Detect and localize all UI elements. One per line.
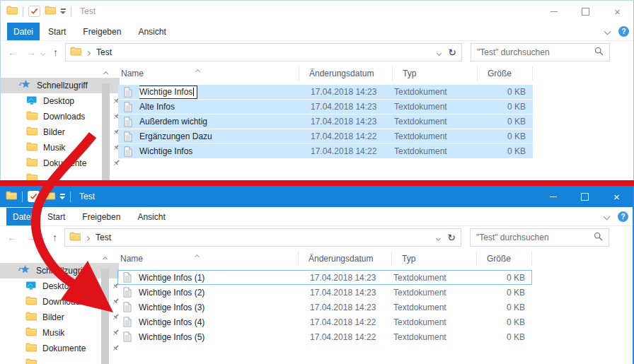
scrollbar-thumb[interactable]: [102, 83, 110, 182]
file-size: 0 KB: [478, 131, 533, 141]
scrollbar-thumb[interactable]: [101, 269, 109, 364]
address-folder-icon: [69, 232, 81, 243]
close-button[interactable]: ×: [601, 1, 633, 22]
menu-tab-view[interactable]: Ansicht: [129, 208, 173, 225]
file-row[interactable]: Wichtige Infos (1) 17.04.2018 14:23 Text…: [117, 270, 532, 285]
column-header-date[interactable]: Änderungsdatum: [299, 66, 393, 81]
title-bar: Test ×: [1, 1, 633, 22]
recent-locations-icon[interactable]: [41, 47, 45, 57]
close-button[interactable]: ×: [601, 186, 633, 207]
breadcrumb-location[interactable]: Test: [96, 47, 112, 57]
file-row[interactable]: Wichtige Infos 17.04.2018 14:22 Textdoku…: [118, 144, 533, 159]
menu-tab-share[interactable]: Freigeben: [74, 208, 129, 225]
file-type: Textdokument: [392, 273, 477, 283]
quick-access-properties-icon[interactable]: [28, 191, 40, 202]
file-name: Wichtige Infos: [139, 86, 299, 99]
expand-ribbon-icon[interactable]: [605, 26, 610, 36]
quick-access-toolbar-dropdown-icon[interactable]: [59, 194, 65, 199]
quick-access-properties-icon[interactable]: [28, 6, 40, 17]
forward-button[interactable]: →: [25, 232, 35, 243]
help-icon[interactable]: ?: [618, 211, 628, 222]
titlebar-separator: [22, 192, 23, 202]
refresh-icon[interactable]: ↻: [447, 232, 456, 243]
minimize-button[interactable]: [538, 1, 570, 22]
address-dropdown-icon[interactable]: [437, 233, 440, 242]
minimize-button[interactable]: [537, 186, 569, 207]
search-box[interactable]: "Test" durchsuchen: [470, 228, 609, 247]
scroll-up-icon[interactable]: [104, 68, 108, 78]
file-name: Wichtige Infos (2): [139, 288, 299, 298]
file-row[interactable]: Wichtige Infos (5) 17.04.2018 14:22 Text…: [117, 329, 532, 344]
window-title: Test: [80, 6, 96, 16]
sidebar-item-label: Musik: [43, 143, 65, 153]
file-type: Textdokument: [392, 332, 477, 342]
file-row[interactable]: Wichtige Infos 17.04.2018 14:23 Textdoku…: [118, 85, 533, 100]
sidebar-scrollbar[interactable]: [100, 250, 110, 364]
maximize-button[interactable]: [569, 186, 601, 207]
column-header-type[interactable]: Typ: [393, 66, 478, 81]
file-row[interactable]: Ergänzungen Dazu 17.04.2018 14:22 Textdo…: [118, 129, 533, 144]
folder-icon: [25, 327, 37, 339]
file-modified-date: 17.04.2018 14:23: [299, 102, 393, 112]
file-size: 0 KB: [478, 117, 533, 127]
sort-ascending-icon: [196, 66, 200, 76]
address-dropdown-icon[interactable]: [437, 47, 441, 57]
menu-tab-share[interactable]: Freigeben: [74, 23, 129, 40]
menu-tab-view[interactable]: Ansicht: [129, 23, 174, 40]
file-size: 0 KB: [477, 303, 532, 312]
column-header-name[interactable]: Name: [118, 66, 299, 81]
address-bar[interactable]: Test ↻: [64, 228, 461, 247]
file-modified-date: 17.04.2018 14:23: [299, 288, 392, 298]
file-type: Textdokument: [393, 102, 478, 112]
rename-input[interactable]: Wichtige Infos: [139, 86, 197, 99]
address-bar[interactable]: Test ↻: [65, 43, 462, 61]
up-button[interactable]: ↑: [52, 232, 57, 243]
quick-access-new-folder-icon[interactable]: [44, 191, 55, 202]
forward-button[interactable]: →: [26, 47, 36, 58]
back-button[interactable]: ←: [7, 232, 17, 243]
file-row[interactable]: Wichtige Infos (3) 17.04.2018 14:23 Text…: [117, 300, 532, 315]
sidebar-item-label: Downloads: [43, 112, 85, 122]
maximize-button[interactable]: [570, 1, 601, 22]
up-button[interactable]: ↑: [53, 47, 58, 58]
search-box[interactable]: "Test" durchsuchen: [471, 43, 610, 61]
help-icon[interactable]: ?: [618, 26, 629, 37]
column-header-date[interactable]: Änderungsdatum: [299, 252, 392, 266]
menu-tab-start[interactable]: Start: [39, 208, 74, 225]
column-header-size[interactable]: Größe: [478, 66, 533, 81]
breadcrumb-chevron-icon[interactable]: [86, 233, 89, 242]
quick-access-star-icon: [18, 264, 30, 277]
file-row[interactable]: Wichtige Infos (4) 17.04.2018 14:22 Text…: [117, 315, 532, 329]
menu-file-tab[interactable]: Datei: [7, 23, 40, 40]
file-row[interactable]: Außerdem wichtig 17.04.2018 14:23 Textdo…: [118, 115, 533, 129]
menu-file-tab[interactable]: Datei: [6, 208, 39, 225]
recent-locations-icon[interactable]: [40, 233, 44, 242]
text-document-icon: [124, 117, 135, 127]
titlebar-separator: [23, 6, 23, 17]
menu-tab-start[interactable]: Start: [40, 23, 74, 40]
expand-ribbon-icon[interactable]: [604, 211, 609, 221]
file-modified-date: 17.04.2018 14:23: [299, 117, 393, 127]
refresh-icon[interactable]: ↻: [448, 47, 456, 58]
sidebar-scrollbar[interactable]: [101, 65, 110, 182]
column-header-name[interactable]: Name: [117, 252, 299, 266]
ribbon-menu-bar: Datei Start Freigeben Ansicht ?: [1, 22, 633, 41]
text-document-icon: [123, 302, 134, 312]
column-header-size[interactable]: Größe: [477, 252, 532, 266]
file-size: 0 KB: [477, 332, 532, 342]
back-button[interactable]: ←: [8, 47, 18, 58]
file-type: Textdokument: [393, 146, 478, 156]
quick-access-new-folder-icon[interactable]: [45, 6, 56, 17]
file-list-pane: Name Änderungsdatum Typ Größe Wichtige I…: [113, 64, 633, 182]
scroll-up-icon[interactable]: [103, 253, 107, 263]
breadcrumb-chevron-icon[interactable]: [86, 47, 90, 57]
search-icon: [594, 232, 603, 243]
breadcrumb-location[interactable]: Test: [96, 233, 111, 242]
quick-access-toolbar-dropdown-icon[interactable]: [60, 8, 66, 14]
file-row[interactable]: Alte Infos 17.04.2018 14:23 Textdokument…: [118, 100, 533, 115]
file-modified-date: 17.04.2018 14:23: [299, 87, 393, 97]
file-row[interactable]: Wichtige Infos (2) 17.04.2018 14:23 Text…: [117, 285, 532, 300]
file-type: Textdokument: [392, 288, 477, 298]
column-header-type[interactable]: Typ: [392, 252, 477, 266]
search-placeholder: "Test" durchsuchen: [476, 233, 594, 242]
